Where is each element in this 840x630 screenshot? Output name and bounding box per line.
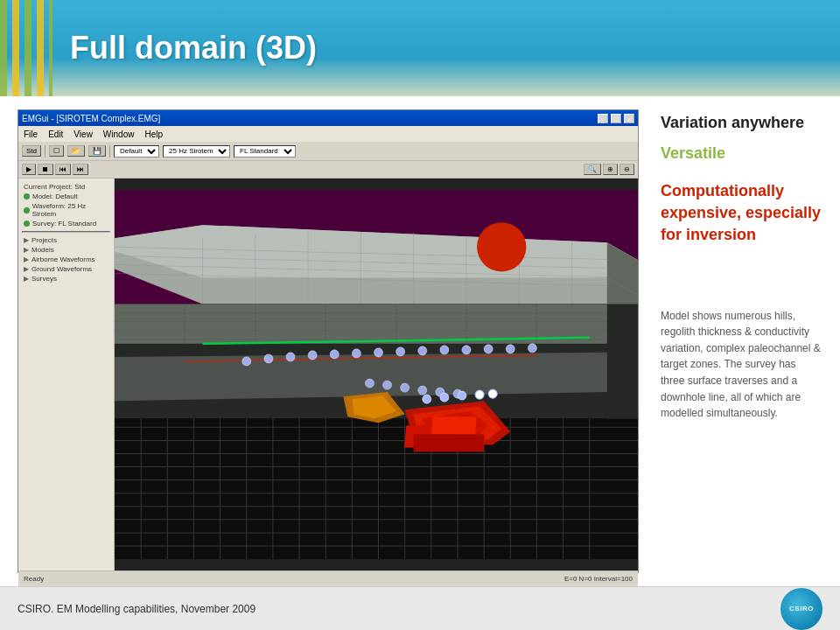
- menu-view[interactable]: View: [74, 130, 93, 139]
- status-ready: Ready: [24, 575, 44, 583]
- svg-point-81: [484, 345, 493, 354]
- svg-point-82: [506, 345, 514, 354]
- versatile-label: Versatile: [661, 144, 822, 163]
- tb2-btn6[interactable]: ⊕: [603, 164, 618, 175]
- right-panel: Variation anywhere Versatile Computation…: [639, 96, 840, 586]
- close-btn[interactable]: ×: [624, 114, 634, 123]
- status-coords: E=0 N=0 Interval=100: [564, 575, 633, 583]
- svg-point-76: [374, 348, 382, 357]
- menu-file[interactable]: File: [24, 130, 38, 139]
- tb2-btn2[interactable]: ⏹: [38, 164, 53, 175]
- svg-point-77: [396, 347, 405, 356]
- emgui-statusbar: Ready E=0 N=0 Interval=100: [18, 570, 638, 586]
- emgui-menubar: File Edit View Window Help: [18, 126, 638, 142]
- footer: CSIRO. EM Modelling capabilities, Novemb…: [0, 586, 840, 630]
- hz25-select[interactable]: 25 Hz Sirotem: [163, 145, 230, 158]
- csiro-logo: CSIRO: [780, 588, 822, 630]
- emgui-toolbar1: Std ☐ 📂 💾 Default 25 Hz Sirotem FL Stand…: [18, 142, 638, 161]
- svg-rect-97: [414, 434, 484, 452]
- tb2-btn5[interactable]: 🔍: [584, 164, 601, 175]
- svg-point-98: [423, 395, 431, 403]
- svg-point-72: [286, 353, 295, 361]
- emgui-body: Current Project: Std Model: Default Wave…: [18, 178, 638, 570]
- sidebar-projects[interactable]: ▶ Projects: [22, 235, 110, 245]
- svg-point-79: [440, 346, 449, 354]
- svg-rect-96: [431, 416, 476, 434]
- emgui-window: EMGui - [SIROTEM Complex.EMG] _ □ × File…: [18, 109, 639, 573]
- menu-edit[interactable]: Edit: [48, 130, 63, 139]
- svg-point-75: [352, 349, 360, 358]
- svg-point-71: [264, 354, 273, 363]
- svg-point-67: [477, 222, 526, 271]
- expensive-label: Computationally expensive, especially fo…: [661, 180, 822, 247]
- sidebar-airborne[interactable]: ▶ Airborne Waveforms: [22, 255, 110, 264]
- emgui-toolbar2: ▶ ⏹ ⏮ ⏭ 🔍 ⊕ ⊖: [18, 161, 638, 178]
- svg-point-80: [462, 346, 471, 354]
- model-dot: [24, 193, 30, 200]
- svg-point-102: [488, 389, 497, 398]
- maximize-btn[interactable]: □: [611, 114, 621, 123]
- minimize-btn[interactable]: _: [598, 114, 608, 123]
- emgui-titlebar: EMGui - [SIROTEM Complex.EMG] _ □ ×: [18, 110, 638, 126]
- toolbar-save[interactable]: 💾: [88, 145, 106, 157]
- svg-point-78: [418, 346, 427, 355]
- sidebar-surveys[interactable]: ▶ Surveys: [22, 274, 110, 284]
- waveform-dot: [24, 207, 30, 214]
- sidebar-waveform: Waveform: 25 Hz Sirotem: [22, 201, 110, 219]
- variation-title: Variation anywhere: [661, 114, 822, 132]
- toolbar-open[interactable]: 📂: [67, 145, 85, 157]
- page-title: Full domain (3D): [70, 30, 317, 66]
- menu-help[interactable]: Help: [144, 130, 163, 139]
- svg-rect-26: [115, 418, 638, 559]
- tb2-btn7[interactable]: ⊖: [620, 164, 634, 175]
- emgui-sidebar: Current Project: Std Model: Default Wave…: [18, 178, 115, 570]
- sidebar-current-project: Current Project: Std: [22, 182, 110, 192]
- header: Full domain (3D): [0, 0, 840, 96]
- sidebar-models[interactable]: ▶ Models: [22, 245, 110, 255]
- sidebar-ground[interactable]: ▶ Ground Waveforms: [22, 264, 110, 274]
- default-select[interactable]: Default: [114, 145, 159, 158]
- svg-point-86: [401, 383, 410, 392]
- svg-point-83: [528, 344, 536, 353]
- svg-point-70: [242, 357, 251, 366]
- tb2-btn1[interactable]: ▶: [22, 164, 36, 175]
- svg-point-85: [383, 381, 392, 389]
- sidebar-survey: Survey: FL Standard: [22, 219, 110, 228]
- toolbar-std[interactable]: Std: [22, 145, 41, 157]
- main-content: EMGui - [SIROTEM Complex.EMG] _ □ × File…: [0, 96, 840, 586]
- svg-point-100: [458, 391, 466, 400]
- emgui-title: EMGui - [SIROTEM Complex.EMG]: [22, 114, 160, 123]
- fl-select[interactable]: FL Standard: [234, 145, 296, 158]
- sidebar-model: Model: Default: [22, 192, 110, 201]
- header-accent-bar: [0, 0, 52, 96]
- emgui-3d-viewport[interactable]: [115, 178, 638, 570]
- svg-point-99: [440, 393, 449, 402]
- svg-point-73: [308, 351, 317, 360]
- svg-point-87: [418, 386, 427, 395]
- svg-point-101: [475, 390, 484, 399]
- description-text: Model shows numerous hills, regolith thi…: [661, 308, 822, 422]
- svg-point-84: [365, 379, 374, 388]
- svg-point-74: [330, 350, 339, 359]
- survey-dot: [24, 220, 30, 227]
- menu-window[interactable]: Window: [103, 130, 135, 139]
- tb2-btn3[interactable]: ⏮: [55, 164, 71, 175]
- tb2-btn4[interactable]: ⏭: [73, 164, 88, 175]
- footer-text: CSIRO. EM Modelling capabilities, Novemb…: [18, 603, 256, 615]
- sidebar-project-section: Current Project: Std Model: Default Wave…: [22, 182, 110, 228]
- toolbar-new[interactable]: ☐: [49, 145, 64, 157]
